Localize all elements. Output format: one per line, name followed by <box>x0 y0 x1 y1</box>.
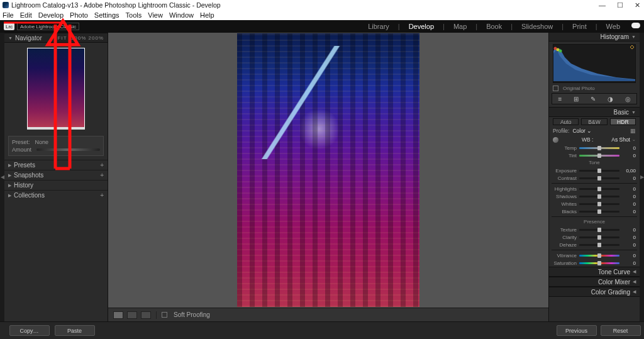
accordion-presets[interactable]: ▶Presets+ <box>4 160 108 170</box>
slider-knob-icon[interactable] <box>597 235 601 240</box>
navigator-zoom[interactable]: FIT 100% 200% <box>58 35 104 41</box>
slider-knob-icon[interactable] <box>597 253 601 258</box>
module-develop[interactable]: Develop <box>408 23 435 30</box>
slider-value[interactable]: 0 <box>622 175 636 181</box>
slider-track[interactable] <box>579 262 619 264</box>
module-web[interactable]: Web <box>605 23 621 30</box>
slider-knob-icon[interactable] <box>597 187 601 191</box>
menu-settings[interactable]: Settings <box>94 11 119 19</box>
module-book[interactable]: Book <box>485 23 503 30</box>
slider-track[interactable] <box>579 188 619 190</box>
previous-button[interactable]: Previous <box>557 325 597 336</box>
slider-dehaze[interactable]: Dehaze0 <box>549 241 640 248</box>
before-after-icon[interactable] <box>127 311 137 319</box>
wb-value[interactable]: As Shot <box>611 136 630 143</box>
slider-value[interactable]: 0 <box>622 194 636 199</box>
slider-value[interactable]: 0 <box>622 260 636 266</box>
slider-value[interactable]: 0 <box>622 253 636 258</box>
slider-tint[interactable]: Tint0 <box>549 152 640 159</box>
heal-icon[interactable]: ✎ <box>591 96 596 103</box>
menu-tools[interactable]: Tools <box>126 11 142 19</box>
slider-vibrance[interactable]: Vibrance0 <box>549 252 640 259</box>
slider-highlights[interactable]: Highlights0 <box>549 185 640 192</box>
slider-track[interactable] <box>579 203 619 205</box>
image-canvas[interactable] <box>108 33 548 308</box>
bw-button[interactable]: B&W <box>581 118 607 125</box>
navigator-thumb[interactable] <box>4 43 108 133</box>
slider-value[interactable]: 0 <box>622 227 636 233</box>
auto-button[interactable]: Auto <box>553 118 579 125</box>
slider-knob-icon[interactable] <box>597 153 601 158</box>
close-icon[interactable]: ✕ <box>635 1 640 9</box>
profile-select[interactable]: Color ⌄ <box>572 128 627 134</box>
colorgrading-header[interactable]: Color Grading◀ <box>549 287 640 297</box>
amount-slider[interactable] <box>36 148 100 151</box>
slider-track[interactable] <box>579 229 619 231</box>
mask-icon[interactable]: ◑ <box>608 96 613 103</box>
slider-track[interactable] <box>579 236 619 238</box>
add-icon[interactable]: + <box>100 162 104 169</box>
slider-knob-icon[interactable] <box>597 194 601 199</box>
slider-saturation[interactable]: Saturation0 <box>549 259 640 267</box>
paste-button[interactable]: Paste <box>55 325 95 336</box>
slider-shadows[interactable]: Shadows0 <box>549 192 640 200</box>
slider-track[interactable] <box>579 244 619 246</box>
slider-value[interactable]: 0 <box>622 242 636 248</box>
module-map[interactable]: Map <box>452 23 468 30</box>
slider-exposure[interactable]: Exposure0,00 <box>549 167 640 174</box>
basic-header[interactable]: Basic▼ <box>549 107 640 117</box>
slider-contrast[interactable]: Contrast0 <box>549 174 640 182</box>
ref-view-icon[interactable] <box>141 311 151 319</box>
slider-knob-icon[interactable] <box>597 228 601 232</box>
slider-value[interactable]: 0 <box>622 209 636 214</box>
slider-value[interactable]: 0,00 <box>622 168 636 174</box>
slider-blacks[interactable]: Blacks0 <box>549 208 640 215</box>
eyedropper-icon[interactable] <box>553 137 558 143</box>
menu-window[interactable]: Window <box>169 11 194 19</box>
reset-button[interactable]: Reset <box>601 325 641 336</box>
left-edge-toggle[interactable]: ◀ <box>0 33 4 321</box>
redeye-icon[interactable]: ◎ <box>625 96 631 103</box>
navigator-header[interactable]: ▼ Navigator FIT 100% 200% <box>4 33 108 43</box>
slider-knob-icon[interactable] <box>597 202 601 206</box>
original-photo-toggle[interactable]: Original Photo <box>549 86 640 93</box>
crop-icon[interactable]: ⊞ <box>574 96 579 103</box>
soft-proofing-checkbox[interactable] <box>162 312 167 318</box>
add-icon[interactable]: + <box>100 192 104 199</box>
histogram-graph[interactable] <box>553 44 636 83</box>
slider-track[interactable] <box>579 170 619 172</box>
hdr-button[interactable]: HDR <box>610 118 636 125</box>
accordion-history[interactable]: ▶History <box>4 180 108 190</box>
menu-help[interactable]: Help <box>200 11 214 19</box>
minimize-icon[interactable]: — <box>599 1 606 9</box>
slider-knob-icon[interactable] <box>597 243 601 247</box>
slider-knob-icon[interactable] <box>597 146 601 150</box>
right-edge-toggle[interactable]: ▶ <box>640 33 644 321</box>
slider-value[interactable]: 0 <box>622 145 636 151</box>
module-print[interactable]: Print <box>571 23 588 30</box>
maximize-icon[interactable]: ☐ <box>617 1 623 9</box>
slider-texture[interactable]: Texture0 <box>549 226 640 233</box>
profile-grid-icon[interactable]: ▦ <box>630 128 636 134</box>
slider-track[interactable] <box>579 147 619 149</box>
histogram-header[interactable]: Histogram▼ <box>549 33 640 42</box>
accordion-snapshots[interactable]: ▶Snapshots+ <box>4 170 108 180</box>
breadcrumb[interactable]: Adobe Lightroom Classic <box>17 23 79 30</box>
menu-edit[interactable]: Edit <box>20 11 32 19</box>
slider-track[interactable] <box>579 255 619 257</box>
preset-value[interactable]: None <box>35 139 49 145</box>
colormixer-header[interactable]: Color Mixer◀ <box>549 277 640 287</box>
slider-knob-icon[interactable] <box>597 209 601 214</box>
slider-temp[interactable]: Temp0 <box>549 144 640 152</box>
slider-value[interactable]: 0 <box>622 201 636 207</box>
accordion-collections[interactable]: ▶Collections+ <box>4 190 108 200</box>
module-library[interactable]: Library <box>367 23 391 30</box>
slider-knob-icon[interactable] <box>597 176 601 181</box>
slider-knob-icon[interactable] <box>597 261 601 265</box>
slider-knob-icon[interactable] <box>597 169 601 173</box>
menu-develop[interactable]: Develop <box>38 11 64 19</box>
slider-track[interactable] <box>579 196 619 197</box>
slider-track[interactable] <box>579 177 619 179</box>
cloud-sync-icon[interactable] <box>631 23 640 28</box>
module-slideshow[interactable]: Slideshow <box>520 23 554 30</box>
